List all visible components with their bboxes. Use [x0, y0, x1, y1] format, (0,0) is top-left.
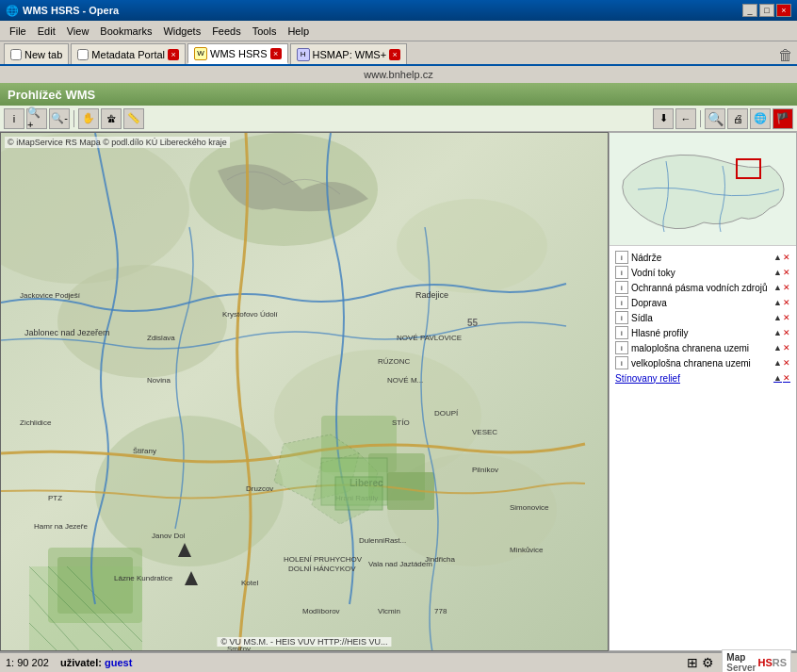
svg-point-3: [397, 199, 547, 293]
legend-panel: i Nádrže ▲ ✕ i Vodní toky ▲ ✕: [609, 132, 797, 651]
status-scale-value: 90 202: [17, 657, 49, 668]
legend-remove-velka-chranena[interactable]: ✕: [783, 358, 790, 368]
toolbar-road-button[interactable]: 🛣: [101, 108, 122, 129]
map-container[interactable]: Jablonec nad Jezeřem Jackovice Podješí Z…: [0, 132, 609, 651]
legend-up-stinovany[interactable]: ▲: [773, 373, 782, 383]
wms-close-button[interactable]: ×: [270, 48, 282, 59]
svg-text:Simonovice: Simonovice: [510, 503, 549, 512]
toolbar-print-button[interactable]: 🖨: [727, 108, 748, 129]
legend-icon-sidla: i: [615, 311, 628, 324]
legend-up-velka-chranena[interactable]: ▲: [773, 358, 782, 368]
tab-hsmap[interactable]: H HSMAP: WMS+ ×: [290, 43, 408, 64]
legend-remove-vodni-toky[interactable]: ✕: [783, 268, 790, 277]
tab-wms-hsrs[interactable]: W WMS HSRS ×: [187, 43, 288, 64]
svg-text:Lázne Kundratice: Lázne Kundratice: [114, 574, 173, 582]
tab-metadata-label: Metadata Portal: [91, 49, 165, 60]
close-button[interactable]: ×: [776, 4, 791, 17]
legend-up-sidla[interactable]: ▲: [773, 313, 782, 322]
toolbar-zoomin-button[interactable]: 🔍+: [26, 108, 47, 129]
wms-tab-icon: W: [194, 47, 207, 60]
toolbar-globe-button[interactable]: 🌐: [750, 108, 771, 129]
tab-bar: New tab Metadata Portal × W WMS HSRS × H…: [0, 41, 797, 66]
map-server-label: MapServer: [726, 652, 756, 672]
window-controls[interactable]: _ □ ×: [742, 4, 791, 17]
legend-item-stinovany[interactable]: Stínovany relief ▲ ✕: [613, 370, 792, 385]
legend-up-mala-chranena[interactable]: ▲: [773, 343, 782, 352]
legend-up-hlasne[interactable]: ▲: [773, 328, 782, 337]
map-legend-area: Jablonec nad Jezeřem Jackovice Podješí Z…: [0, 132, 797, 651]
wms-panel-header: Prohlížeč WMS: [0, 83, 797, 106]
minimap-svg: [610, 133, 796, 245]
toolbar-flag-button[interactable]: 🏴: [773, 108, 793, 129]
toolbar-zoomout-button[interactable]: 🔍-: [49, 108, 70, 129]
toolbar-download-button[interactable]: ⬇: [653, 108, 674, 129]
maximize-button[interactable]: □: [759, 4, 774, 17]
tab-metadata-portal[interactable]: Metadata Portal ×: [71, 43, 186, 64]
legend-up-ochranna[interactable]: ▲: [773, 283, 782, 292]
tab-wms-label: WMS HSRS: [210, 48, 268, 59]
legend-item-velka-chranena: i velkoplošna chranena uzemi ▲ ✕: [613, 355, 792, 370]
metadata-checkbox[interactable]: [77, 49, 89, 60]
svg-text:DOLNÍ HÁNCYKOV: DOLNÍ HÁNCYKOV: [288, 565, 356, 573]
window-icon: 🌐: [6, 5, 19, 17]
svg-text:Kotel: Kotel: [241, 579, 258, 587]
legend-item-ochranna: i Ochranná pásma vodních zdrojů ▲ ✕: [613, 280, 792, 295]
grid-icon[interactable]: ⊞: [687, 655, 698, 670]
svg-text:Novina: Novina: [147, 376, 171, 385]
tab-trash-icon: 🗑: [778, 47, 793, 64]
menu-tools[interactable]: Tools: [247, 24, 283, 39]
status-icons: ⊞ ⚙: [687, 655, 714, 670]
svg-text:Radejice: Radejice: [415, 290, 448, 300]
menu-feeds[interactable]: Feeds: [206, 24, 247, 39]
hsmap-close-button[interactable]: ×: [389, 49, 400, 60]
svg-rect-70: [335, 477, 382, 510]
status-user: uživatel: guest: [60, 657, 132, 668]
svg-text:Druzcov: Druzcov: [246, 484, 273, 493]
menu-bookmarks[interactable]: Bookmarks: [94, 24, 157, 39]
legend-remove-stinovany[interactable]: ✕: [783, 373, 790, 383]
legend-minimap: [610, 133, 796, 246]
legend-items: i Nádrže ▲ ✕ i Vodní toky ▲ ✕: [610, 246, 796, 389]
toolbar-back-button[interactable]: ←: [675, 108, 696, 129]
toolbar-measure-button[interactable]: 📏: [123, 108, 144, 129]
legend-remove-hlasne[interactable]: ✕: [783, 328, 790, 337]
window-title: 🌐 WMS HSRS - Opera: [6, 5, 119, 17]
legend-up-vodni-toky[interactable]: ▲: [773, 268, 782, 277]
legend-item-hlasne: i Hlasné profily ▲ ✕: [613, 325, 792, 340]
menu-view[interactable]: View: [61, 24, 95, 39]
map-copyright: © VU MS.M. - HEIS VUV HTTP://HEIS VU...: [217, 637, 391, 647]
svg-text:NOVÉ PAVLOVICE: NOVÉ PAVLOVICE: [397, 334, 462, 342]
legend-remove-sidla[interactable]: ✕: [783, 313, 790, 322]
menu-widgets[interactable]: Widgets: [157, 24, 206, 39]
svg-text:Štiřany: Štiřany: [133, 447, 156, 455]
legend-actions-doprava: ▲ ✕: [773, 298, 790, 307]
settings-icon[interactable]: ⚙: [702, 655, 714, 670]
svg-text:Vala nad Jaztádem: Vala nad Jaztádem: [368, 560, 432, 568]
legend-up-nadrze[interactable]: ▲: [773, 253, 782, 262]
legend-remove-doprava[interactable]: ✕: [783, 298, 790, 307]
legend-remove-nadrze[interactable]: ✕: [783, 253, 790, 262]
svg-point-4: [57, 265, 227, 378]
legend-remove-mala-chranena[interactable]: ✕: [783, 343, 790, 352]
menu-help[interactable]: Help: [282, 24, 315, 39]
metadata-close-button[interactable]: ×: [168, 49, 179, 60]
legend-remove-ochranna[interactable]: ✕: [783, 283, 790, 292]
legend-actions-velka-chranena: ▲ ✕: [773, 358, 790, 368]
svg-text:Pilníkov: Pilníkov: [472, 466, 498, 474]
menu-edit[interactable]: Edit: [32, 24, 61, 39]
legend-up-doprava[interactable]: ▲: [773, 298, 782, 307]
svg-text:Jablonec nad Jezeřem: Jablonec nad Jezeřem: [24, 328, 110, 337]
new-tab-checkbox[interactable]: [10, 49, 22, 60]
toolbar-info-button[interactable]: i: [4, 108, 24, 129]
legend-icon-hlasne: i: [615, 326, 628, 339]
toolbar-hand-button[interactable]: ✋: [78, 108, 99, 129]
legend-item-sidla: i Sídla ▲ ✕: [613, 310, 792, 325]
svg-text:DulenniRast...: DulenniRast...: [359, 536, 406, 545]
toolbar-search-button[interactable]: 🔍: [705, 108, 725, 129]
legend-icon-vodni-toky: i: [615, 266, 628, 279]
legend-label-mala-chranena: maloplošna chranena uzemi: [631, 343, 771, 353]
legend-actions-ochranna: ▲ ✕: [773, 283, 790, 292]
tab-new-tab[interactable]: New tab: [4, 43, 69, 64]
menu-file[interactable]: File: [4, 24, 32, 39]
minimize-button[interactable]: _: [742, 4, 757, 17]
